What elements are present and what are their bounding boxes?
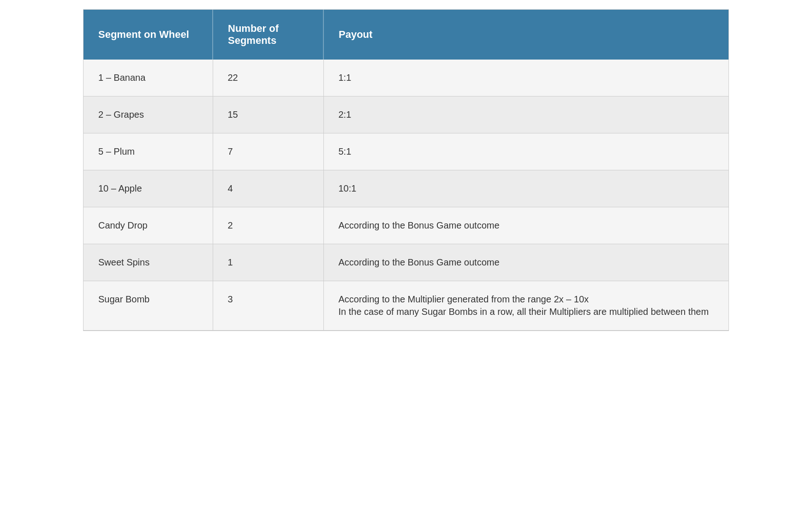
- cell-segment: Candy Drop: [84, 207, 213, 244]
- cell-payout: 1:1: [323, 60, 728, 96]
- cell-payout: According to the Multiplier generated fr…: [323, 281, 728, 331]
- payout-line: According to the Bonus Game outcome: [339, 220, 714, 231]
- payout-line: 5:1: [339, 146, 714, 157]
- header-segment: Segment on Wheel: [84, 10, 213, 60]
- cell-segment: 5 – Plum: [84, 133, 213, 170]
- cell-segment: Sweet Spins: [84, 244, 213, 281]
- cell-payout: According to the Bonus Game outcome: [323, 207, 728, 244]
- table-row: 5 – Plum75:1: [84, 133, 728, 170]
- cell-number: 7: [213, 133, 323, 170]
- payout-line: According to the Bonus Game outcome: [339, 257, 714, 268]
- cell-number: 1: [213, 244, 323, 281]
- payout-line: According to the Multiplier generated fr…: [339, 294, 714, 305]
- cell-segment: 10 – Apple: [84, 170, 213, 207]
- cell-payout: According to the Bonus Game outcome: [323, 244, 728, 281]
- table-row: Sweet Spins1According to the Bonus Game …: [84, 244, 728, 281]
- payout-line: 1:1: [339, 72, 714, 83]
- cell-payout: 2:1: [323, 96, 728, 133]
- cell-segment: 1 – Banana: [84, 60, 213, 96]
- header-payout: Payout: [323, 10, 728, 60]
- cell-payout: 10:1: [323, 170, 728, 207]
- cell-segment: Sugar Bomb: [84, 281, 213, 331]
- payout-line: 2:1: [339, 109, 714, 120]
- header-number: Number of Segments: [213, 10, 323, 60]
- cell-number: 15: [213, 96, 323, 133]
- cell-number: 2: [213, 207, 323, 244]
- cell-payout: 5:1: [323, 133, 728, 170]
- cell-number: 3: [213, 281, 323, 331]
- table-row: 1 – Banana221:1: [84, 60, 728, 96]
- cell-number: 22: [213, 60, 323, 96]
- payout-line: 10:1: [339, 183, 714, 194]
- table-row: 10 – Apple410:1: [84, 170, 728, 207]
- table-row: Sugar Bomb3According to the Multiplier g…: [84, 281, 728, 331]
- payout-line: In the case of many Sugar Bombs in a row…: [339, 307, 714, 317]
- cell-number: 4: [213, 170, 323, 207]
- table-row: 2 – Grapes152:1: [84, 96, 728, 133]
- cell-segment: 2 – Grapes: [84, 96, 213, 133]
- table-row: Candy Drop2According to the Bonus Game o…: [84, 207, 728, 244]
